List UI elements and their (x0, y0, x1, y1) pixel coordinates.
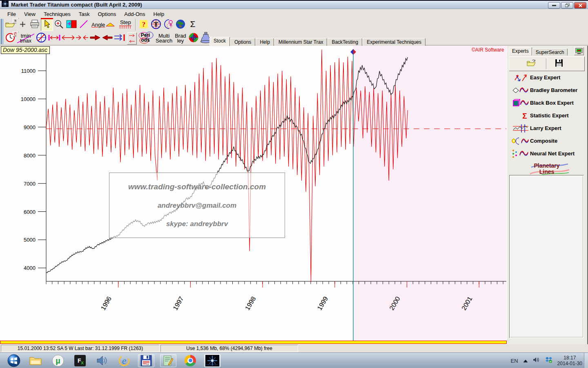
y-tick-label: 7000 (24, 181, 36, 187)
tray-expand-icon[interactable] (523, 357, 528, 364)
chart-area[interactable]: 4000500060007000800090001000011000199619… (0, 46, 507, 344)
monitor-icon[interactable] (574, 47, 584, 55)
time-tool-button[interactable] (4, 32, 16, 45)
range-arrows-button[interactable] (47, 32, 61, 45)
open-file-button[interactable]: w (4, 19, 16, 31)
experts-toolbar (509, 56, 585, 71)
zoom-tool-button[interactable] (53, 19, 65, 31)
menu-file[interactable]: File (3, 10, 20, 18)
tab-experimental-techniques[interactable]: Experimental Techniques (363, 38, 425, 46)
windows-taskbar: µFxe64 EN 18:17 2014-01-30 (0, 352, 588, 368)
year-label: 1999 (316, 295, 330, 311)
target-button[interactable] (187, 32, 200, 45)
svg-text:e: e (122, 355, 127, 366)
target-icon (188, 32, 199, 45)
toolbar-grip[interactable] (1, 19, 3, 44)
experts-tab-supersearch[interactable]: SuperSearch (532, 48, 568, 56)
menu-view[interactable]: View (20, 10, 40, 18)
menu-task[interactable]: Task (75, 10, 94, 18)
print-icon (30, 20, 40, 30)
sigma-button[interactable]: Σ (187, 19, 199, 31)
fx-app-icon[interactable]: Fx (72, 354, 88, 367)
multi-search-button[interactable]: MultiSearch (154, 32, 174, 45)
text-circle-icon: T (151, 19, 161, 31)
bradley-barometer[interactable]: Bradley Barometer (509, 84, 585, 96)
text-circle-button[interactable]: T (150, 19, 162, 31)
shift-left-button[interactable] (101, 32, 114, 45)
utorrent-icon[interactable]: µ (50, 354, 66, 367)
globe-button[interactable] (174, 19, 187, 31)
color-blocks-icon (66, 20, 77, 30)
collapse-arrows-button[interactable] (75, 32, 89, 45)
tmin-tmax-label: tmintmax (20, 34, 31, 43)
notepad-app-icon[interactable] (160, 354, 176, 367)
shift-right-button[interactable] (89, 32, 101, 45)
statistic-expert[interactable]: ΣStatistic Expert (509, 109, 585, 122)
swap-arrows-button[interactable] (126, 32, 138, 45)
tab-backtesting[interactable]: BackTesting (327, 38, 362, 46)
tab-millennium-star-trax[interactable]: Millennium Star Trax (274, 38, 327, 46)
step-tool-icon: Step (119, 20, 132, 30)
memory-status: Use 1,536 Mb, 68% (4294,967 Mb) free (160, 345, 298, 352)
svg-text:T: T (154, 20, 159, 28)
close-button[interactable] (574, 2, 586, 9)
market-trader-app-icon[interactable] (204, 354, 220, 367)
menu-help[interactable]: Help (149, 10, 169, 18)
explorer-icon[interactable] (28, 354, 44, 367)
periods-button[interactable]: Periods (138, 32, 154, 45)
restore-button[interactable] (561, 2, 573, 9)
language-indicator[interactable]: EN (511, 358, 518, 364)
composite[interactable]: Composite (509, 135, 585, 147)
help-button[interactable]: ? (138, 19, 150, 31)
shift-right-icon (89, 34, 101, 43)
experts-tab-experts[interactable]: Experts (509, 47, 532, 56)
tab-options[interactable]: Options (230, 38, 255, 46)
print-button[interactable] (29, 19, 41, 31)
line-tool-button[interactable] (78, 19, 90, 31)
y-tick-label: 10000 (21, 96, 36, 102)
tab-help[interactable]: Help (256, 38, 274, 46)
compass-button[interactable] (35, 32, 47, 45)
bradley-button[interactable]: Bradley (174, 32, 187, 45)
y-tick-label: 6000 (24, 209, 36, 215)
bradley-barometer-label: Bradley Barometer (530, 87, 577, 93)
planetary-lines-label: Planetary (534, 163, 559, 169)
menu-options[interactable]: Options (94, 10, 120, 18)
start-button[interactable] (6, 354, 22, 367)
minimize-button[interactable] (548, 2, 560, 9)
astro-button[interactable] (162, 19, 174, 31)
app-icon (2, 1, 9, 9)
black-box-expert[interactable]: Black Box Expert (509, 96, 585, 109)
larry-expert[interactable]: Larry Expert (509, 122, 585, 135)
dropbox-icon[interactable] (545, 357, 552, 365)
save-app-icon[interactable]: 64 (138, 354, 154, 367)
sigma-icon: Σ (189, 20, 197, 30)
cursor-marker-icon[interactable] (350, 49, 353, 55)
step-tool-button[interactable]: Step (117, 19, 134, 31)
y-tick-label: 4000 (24, 265, 36, 271)
experts-panel: ExpertsSuperSearch Easy ExpertBradley Ba… (507, 46, 588, 344)
expand-arrows-button[interactable] (61, 32, 75, 45)
svg-text:ods: ods (141, 37, 150, 43)
angle-tool-button[interactable]: Angle (90, 19, 117, 31)
chrome-icon[interactable] (182, 354, 198, 367)
internet-explorer-icon[interactable]: e (116, 354, 132, 367)
easy-expert[interactable]: Easy Expert (509, 71, 585, 84)
open-expert-icon[interactable] (526, 59, 536, 69)
neural-net-expert[interactable]: Neural Net Expert (509, 147, 585, 160)
bradley-barometer-icon (509, 86, 530, 94)
tray-volume-icon[interactable] (533, 357, 540, 364)
y-tick-label: 9000 (24, 124, 36, 130)
save-expert-icon[interactable] (555, 59, 563, 69)
add-button[interactable] (16, 19, 29, 31)
clock[interactable]: 18:17 2014-01-30 (557, 355, 582, 366)
menu-addons[interactable]: Add-Ons (120, 10, 149, 18)
to-end-button[interactable] (114, 32, 126, 45)
tab-stock[interactable]: Stock (209, 37, 230, 46)
volume-app-icon[interactable] (94, 354, 110, 367)
menu-techniques[interactable]: Techniques (40, 10, 75, 18)
color-blocks-button[interactable] (65, 19, 78, 31)
tmin-tmax-button[interactable]: tmintmax (16, 32, 35, 45)
show-desktop-button[interactable] (584, 353, 588, 368)
pointer-tool-button[interactable] (41, 19, 53, 31)
